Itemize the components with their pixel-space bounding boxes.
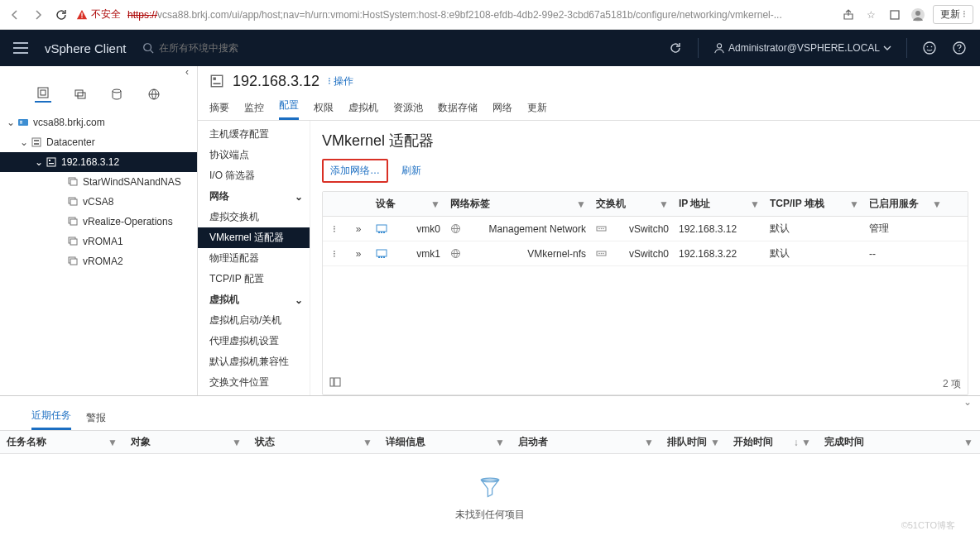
global-search[interactable] — [142, 42, 275, 54]
filter-icon[interactable]: ▼ — [963, 437, 973, 448]
config-nav-virtual-switches[interactable]: 虚拟交换机 — [198, 207, 310, 227]
expand-row-icon[interactable]: » — [346, 248, 371, 260]
column-picker-icon[interactable] — [329, 377, 341, 391]
tree-node-vm[interactable]: StarWindSANandNAS — [0, 172, 197, 192]
extensions-icon[interactable] — [886, 7, 903, 23]
col-services[interactable]: 已启用服务 — [869, 197, 919, 211]
filter-icon[interactable]: ▼ — [849, 198, 859, 210]
config-nav-vmkernel-adapters[interactable]: VMkernel 适配器 — [198, 227, 310, 248]
tab-networks[interactable]: 网络 — [492, 101, 512, 120]
refresh-link[interactable]: 刷新 — [401, 164, 421, 178]
col-detail[interactable]: 详细信息 — [386, 435, 425, 449]
tree-node-vm[interactable]: vCSA8 — [0, 192, 197, 212]
config-nav-item[interactable]: 协议端点 — [198, 145, 310, 165]
url-bar[interactable]: https://vcsa88.brkj.com/ui/app/host;nav=… — [127, 9, 833, 21]
filter-icon[interactable]: ▼ — [495, 437, 505, 448]
smiley-feedback-icon[interactable] — [922, 41, 937, 55]
col-start[interactable]: 开始时间 — [733, 435, 773, 449]
tree-node-vcenter[interactable]: ⌄ vcsa88.brkj.com — [0, 112, 197, 132]
col-ip[interactable]: IP 地址 — [679, 197, 710, 211]
tab-summary[interactable]: 摘要 — [209, 101, 229, 120]
browser-update-button[interactable]: 更新 ⁝ — [933, 5, 973, 24]
tab-respools[interactable]: 资源池 — [393, 101, 423, 120]
config-nav-group-networking[interactable]: 网络⌄ — [198, 186, 310, 207]
tab-configure[interactable]: 配置 — [279, 98, 299, 120]
filter-icon[interactable]: ▼ — [932, 198, 942, 210]
row-menu-icon[interactable]: ⁝ — [323, 223, 346, 235]
tree-node-datacenter[interactable]: ⌄ Datacenter — [0, 132, 197, 152]
nav-reload-button[interactable] — [53, 7, 70, 23]
sort-icon[interactable]: ↓ ▼ — [794, 437, 811, 448]
config-nav-group-vm[interactable]: 虚拟机⌄ — [198, 289, 310, 310]
help-icon[interactable] — [952, 41, 967, 55]
security-warning[interactable]: 不安全 — [76, 7, 121, 22]
search-input[interactable] — [159, 42, 275, 54]
tab-vms[interactable]: 虚拟机 — [348, 101, 378, 120]
row-menu-icon[interactable]: ⁝ — [323, 248, 346, 260]
config-nav-item[interactable]: 代理虚拟机设置 — [198, 331, 310, 351]
filter-icon[interactable]: ▼ — [232, 437, 242, 448]
actions-menu[interactable]: ⁝ 操作 — [328, 74, 353, 88]
tab-alarms[interactable]: 警报 — [86, 411, 106, 430]
filter-icon[interactable]: ▼ — [430, 198, 440, 210]
storage-view-icon[interactable] — [108, 86, 125, 103]
user-menu[interactable]: Administrator@VSPHERE.LOCAL — [713, 42, 891, 54]
filter-icon[interactable]: ▼ — [644, 437, 654, 448]
sidebar-collapse-icon[interactable]: ‹ — [0, 66, 197, 81]
col-device[interactable]: 设备 — [376, 197, 396, 211]
network-view-icon[interactable] — [146, 86, 162, 103]
filter-icon[interactable]: ▼ — [108, 437, 118, 448]
share-icon[interactable] — [840, 7, 857, 23]
col-object[interactable]: 对象 — [131, 435, 151, 449]
col-task-name[interactable]: 任务名称 — [7, 435, 46, 449]
vms-view-icon[interactable] — [72, 86, 89, 103]
col-switch[interactable]: 交换机 — [596, 197, 626, 211]
config-nav-item[interactable]: 虚拟机启动/关机 — [198, 310, 310, 331]
table-row[interactable]: ⁝ » vmk1 VMkernel-nfs vSwitch0 192.168.3… — [323, 241, 968, 266]
tab-updates[interactable]: 更新 — [527, 101, 547, 120]
col-tcp[interactable]: TCP/IP 堆栈 — [770, 197, 824, 211]
tab-permissions[interactable]: 权限 — [314, 101, 334, 120]
tab-recent-tasks[interactable]: 近期任务 — [31, 409, 71, 430]
filter-icon[interactable]: ▼ — [576, 198, 586, 210]
col-end[interactable]: 完成时间 — [824, 435, 864, 449]
tab-monitor[interactable]: 监控 — [244, 101, 264, 120]
menu-toggle[interactable] — [13, 42, 28, 54]
chevron-down-icon[interactable]: ⌄ — [18, 136, 30, 148]
tree-node-vm[interactable]: vRealize-Operations — [0, 212, 197, 232]
chevron-down-icon[interactable]: ⌄ — [5, 117, 17, 128]
config-nav-tcpip[interactable]: TCP/IP 配置 — [198, 269, 310, 289]
tree-node-vm[interactable]: vROMA1 — [0, 232, 197, 251]
svg-rect-12 — [38, 88, 48, 98]
tree-node-host[interactable]: ⌄ 192.168.3.12 — [0, 152, 197, 172]
col-status[interactable]: 状态 — [255, 435, 275, 449]
filter-icon[interactable]: ▼ — [659, 198, 669, 210]
add-networking-button[interactable]: 添加网络… — [322, 159, 388, 183]
filter-icon[interactable]: ▼ — [750, 198, 760, 210]
svg-rect-28 — [70, 179, 77, 185]
config-nav-item[interactable]: I/O 筛选器 — [198, 165, 310, 186]
config-nav-item[interactable]: 交换文件位置 — [198, 372, 310, 393]
col-initiator[interactable]: 启动者 — [518, 435, 548, 449]
nav-forward-button[interactable] — [30, 7, 46, 23]
config-nav-physical-adapters[interactable]: 物理适配器 — [198, 248, 310, 269]
refresh-button[interactable] — [668, 41, 683, 55]
filter-icon[interactable]: ▼ — [363, 437, 372, 448]
nav-back-button[interactable] — [7, 7, 23, 23]
col-queued[interactable]: 排队时间 — [667, 435, 707, 449]
tree-node-vm[interactable]: vROMA2 — [0, 251, 197, 271]
filter-icon[interactable]: ▼ — [710, 437, 720, 448]
panel-collapse-icon[interactable]: ⌄ — [0, 396, 980, 408]
bookmark-star-icon[interactable]: ☆ — [863, 7, 880, 23]
config-nav-group-system[interactable]: 系统⌄ — [198, 393, 310, 395]
profile-icon[interactable] — [910, 7, 926, 23]
config-nav-item[interactable]: 主机缓存配置 — [198, 124, 310, 145]
svg-rect-51 — [381, 256, 382, 258]
table-row[interactable]: ⁝ » vmk0 Management Network vSwitch0 192… — [323, 217, 968, 241]
chevron-down-icon[interactable]: ⌄ — [33, 156, 45, 168]
config-nav-item[interactable]: 默认虚拟机兼容性 — [198, 351, 310, 372]
expand-row-icon[interactable]: » — [346, 223, 371, 235]
col-netlabel[interactable]: 网络标签 — [450, 197, 490, 211]
hosts-view-icon[interactable] — [35, 86, 51, 103]
tab-datastores[interactable]: 数据存储 — [438, 101, 478, 120]
